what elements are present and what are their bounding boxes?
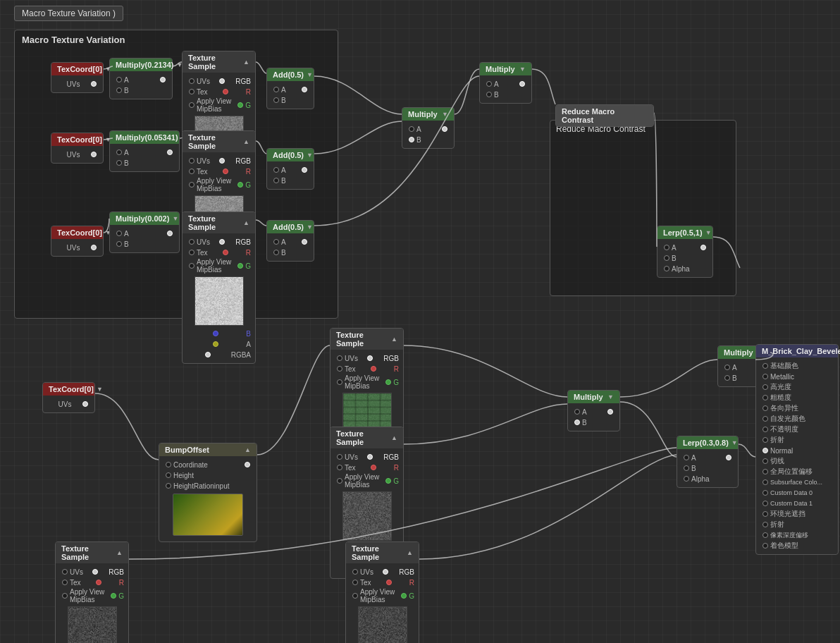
texcoord-node-4: TexCoord[0] ▼ UVs	[42, 382, 95, 413]
texture-sample-header-7: Texture Sample ▲	[346, 542, 419, 563]
reduce-macro-button[interactable]: Reduce Macro Contrast	[555, 104, 654, 127]
texture-preview-6	[68, 606, 117, 643]
multiply-node-3: Multiply(0.002) ▼ A B	[109, 212, 180, 253]
multiply-lower: Multiply ▼ A B	[567, 390, 620, 431]
texture-sample-header-2: Texture Sample ▲	[183, 131, 255, 152]
texcoord-node-2: TexCoord[0] ▼ UVs	[51, 133, 104, 164]
add-node-3: Add(0.5) ▼ A B	[266, 220, 314, 262]
texture-sample-header-5: Texture Sample ▲	[331, 427, 403, 448]
lerp-header-1: Lerp(0.5,1) ▼	[657, 226, 712, 239]
add-node-2: Add(0.5) ▼ A B	[266, 148, 314, 190]
rgb-pin-1	[219, 78, 225, 84]
add-header-1: Add(0.5) ▼	[267, 68, 314, 81]
multiply-header-1: Multiply(0.2134) ▼	[110, 59, 172, 71]
texture-sample-header-3: Texture Sample ▲	[183, 212, 255, 233]
texcoord-header-2: TexCoord[0] ▼	[51, 133, 103, 146]
multiply-mid-header-1: Multiply ▼	[402, 108, 454, 121]
m-brick-output-node: M_Brick_Clay_Beveled 基础颜色 Metallic 高光度 粗…	[755, 344, 839, 555]
bump-offset-preview	[173, 494, 243, 536]
add-header-2: Add(0.5) ▼	[267, 149, 314, 161]
texture-sample-3: Texture Sample ▲ UVsRGB TexR Apply View …	[182, 212, 256, 364]
multiply-lower-header: Multiply ▼	[568, 391, 619, 403]
texture-sample-header-6: Texture Sample ▲	[56, 542, 128, 563]
texcoord-header-3: TexCoord[0] ▼	[51, 226, 103, 239]
texcoord-header-1: TexCoord[0] ▼	[51, 63, 103, 75]
m-brick-header: M_Brick_Clay_Beveled	[756, 345, 838, 357]
texture-preview-5	[342, 491, 392, 541]
lerp-header-2: Lerp(0.3,0.8) ▼	[677, 436, 738, 449]
multiply-header-2: Multiply(0.05341) ▼	[110, 131, 179, 144]
texture-sample-7: Texture Sample ▲ UVsRGB TexR Apply View …	[345, 541, 419, 643]
multiply-mid-1: Multiply ▼ A B	[402, 107, 455, 149]
multiply-node-2: Multiply(0.05341) ▼ A B	[109, 130, 180, 172]
texture-sample-header-4: Texture Sample ▲	[331, 329, 403, 350]
texture-sample-6: Texture Sample ▲ UVsRGB TexR Apply View …	[55, 541, 129, 643]
texture-preview-3	[194, 276, 244, 326]
multiply-top-right-header: Multiply ▼	[480, 63, 531, 75]
add-header-3: Add(0.5) ▼	[267, 221, 314, 233]
texcoord-node-3: TexCoord[0] ▼ UVs	[51, 226, 104, 257]
top-button[interactable]: Macro Texture Variation )	[14, 6, 123, 21]
texcoord-node-1: TexCoord[0] ▼ UVs	[51, 62, 104, 93]
multiply-node-1: Multiply(0.2134) ▼ A B	[109, 58, 173, 99]
bump-offset-header: BumpOffset ▲	[159, 443, 257, 456]
lerp-node-2: Lerp(0.3,0.8) ▼ A B Alpha	[677, 436, 739, 488]
reduce-macro-header: Reduce Macro Contrast	[556, 105, 653, 126]
multiply-top-right: Multiply ▼ A B	[479, 62, 532, 104]
texture-sample-header-1: Texture Sample ▲	[183, 51, 255, 73]
lerp-node-1: Lerp(0.5,1) ▼ A B Alpha	[657, 226, 713, 278]
multiply-header-3: Multiply(0.002) ▼	[110, 212, 179, 225]
macro-texture-comment-title: Macro Texture Variation	[15, 30, 338, 49]
texture-preview-7	[358, 606, 407, 643]
add-node-1: Add(0.5) ▼ A B	[266, 68, 314, 109]
bump-offset-node: BumpOffset ▲ Coordinate Height HeightRat…	[159, 443, 257, 542]
texcoord-header-4: TexCoord[0] ▼	[43, 383, 94, 396]
